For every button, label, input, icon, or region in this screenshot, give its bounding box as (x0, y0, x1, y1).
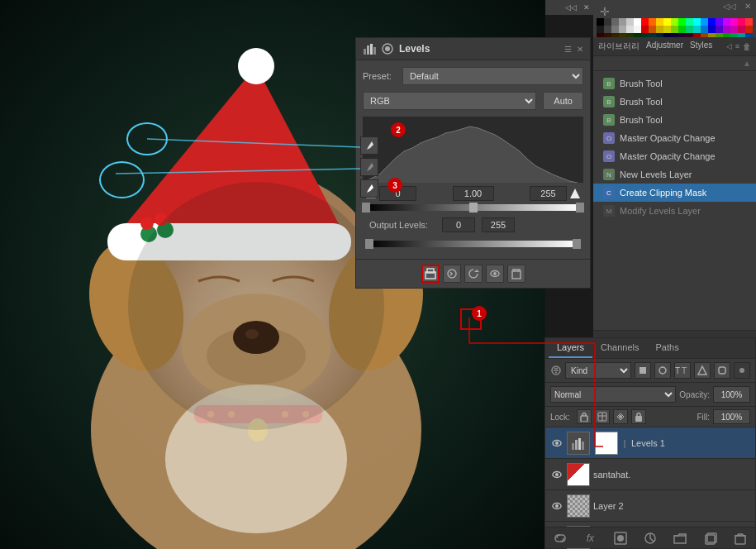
history-action-icon[interactable]: ≡ (735, 42, 739, 50)
layer-filter-toggle[interactable] (734, 362, 750, 379)
visibility-button[interactable] (486, 265, 504, 283)
clip-to-layer-button[interactable] (421, 265, 440, 283)
tab-channels[interactable]: Channels (592, 338, 647, 358)
layers-link-icon[interactable] (552, 530, 568, 547)
channel-select[interactable]: RGB (363, 92, 536, 110)
layer-row-levels1[interactable]: Levels 1 (545, 427, 755, 459)
svg-rect-29 (634, 18, 641, 26)
layer-vis-levels1[interactable] (550, 437, 563, 450)
eyedropper-gray-icon (364, 161, 375, 173)
layer-filter-shape-btn[interactable] (694, 362, 711, 379)
auto-button[interactable]: Auto (543, 92, 583, 110)
history-item-label-3: Master Opacity Change (620, 133, 716, 143)
tab-library[interactable]: 라이브러리 (598, 41, 640, 52)
svg-rect-46 (604, 26, 611, 33)
levels1-mask-thumb (595, 432, 618, 455)
tab-layers[interactable]: Layers (549, 338, 592, 358)
view-previous-button[interactable] (443, 265, 461, 283)
scroll-up-icon[interactable]: ▲ (743, 59, 751, 68)
black-point-handle[interactable] (362, 203, 370, 212)
top-toolbar: ◁◁ ✕ (545, 0, 593, 15)
history-item-opacity-1[interactable]: O Master Opacity Change (593, 129, 756, 147)
properties-close-icon[interactable]: ✕ (577, 45, 583, 54)
tab-paths[interactable]: Paths (648, 338, 687, 358)
input-mid-field[interactable]: 1.00 (453, 186, 494, 201)
tab-styles[interactable]: Styles (690, 41, 712, 52)
preset-row: Preset: Default (363, 67, 583, 85)
layer-filter-type-btn[interactable]: T T (674, 362, 691, 379)
delete-button[interactable] (507, 265, 525, 283)
panel-collapse-icon[interactable]: ◁◁ (565, 3, 577, 12)
layers-fx-icon[interactable]: fx (582, 530, 598, 547)
output-max-field[interactable]: 255 (482, 217, 515, 232)
layers-delete-icon[interactable] (732, 530, 749, 547)
mid-point-handle[interactable] (469, 203, 478, 212)
opacity-field[interactable]: 100% (713, 386, 750, 403)
history-item-opacity-2[interactable]: O Master Opacity Change (593, 147, 756, 165)
lock-transparent-btn[interactable] (577, 409, 592, 424)
svg-rect-49 (626, 26, 634, 33)
svg-rect-34 (671, 18, 678, 26)
history-item-brush-3[interactable]: B Brush Tool (593, 111, 756, 129)
clip-icon (425, 268, 436, 279)
output-min-field[interactable]: 0 (442, 217, 475, 232)
layers-new-icon[interactable] (702, 530, 719, 547)
svg-marker-200 (570, 189, 580, 198)
reset-button[interactable] (464, 265, 483, 283)
layer-vis-santahat[interactable] (550, 468, 563, 481)
svg-rect-194 (370, 44, 373, 55)
gray-point-eyedropper[interactable] (360, 158, 378, 176)
svg-marker-218 (698, 366, 706, 375)
layers-mask-icon[interactable] (612, 530, 629, 547)
history-collapse-icon[interactable]: ◁ (726, 42, 732, 50)
layer2-thumb (567, 494, 590, 518)
svg-rect-27 (619, 18, 626, 26)
layer-filter-smart-btn[interactable] (714, 362, 730, 379)
layer-name-layer2: Layer 2 (593, 501, 750, 511)
history-item-new-levels[interactable]: N New Levels Layer (593, 165, 756, 184)
layers-adjustment-icon[interactable] (642, 530, 659, 547)
history-item-clipping[interactable]: C Create Clipping Mask (593, 184, 756, 202)
properties-menu-icon[interactable]: ☰ (564, 45, 572, 54)
svg-rect-246 (735, 536, 745, 544)
collapse-right-icon[interactable]: ✕ (744, 2, 751, 11)
history-panel-header: 라이브러리 Adjustmer Styles ◁ ≡ 🗑 (593, 37, 756, 56)
history-item-brush-1[interactable]: B Brush Tool (593, 74, 756, 93)
svg-rect-48 (619, 26, 626, 33)
collapse-left-icon[interactable]: ◁◁ (723, 2, 736, 11)
black-point-eyedropper[interactable] (360, 136, 378, 155)
history-item-modify[interactable]: M Modify Levels Layer (593, 202, 756, 220)
preset-select[interactable]: Default (402, 67, 583, 85)
white-point-eyedropper[interactable] (360, 179, 378, 198)
crosshair-icon[interactable]: ✛ (597, 3, 613, 20)
input-white-field[interactable]: 255 (530, 186, 567, 201)
white-point-handle[interactable] (576, 203, 584, 212)
layer-row-layer2[interactable]: Layer 2 (545, 490, 755, 522)
layer-row-santahat[interactable]: santahat. (545, 459, 755, 490)
svg-rect-25 (604, 18, 611, 26)
output-black-handle[interactable] (365, 239, 373, 249)
blend-mode-select[interactable]: Normal (550, 386, 676, 403)
input-gradient-track (366, 204, 580, 211)
layer-filter-pixel-btn[interactable] (635, 362, 651, 379)
lock-image-btn[interactable] (595, 409, 610, 424)
layer-vis-layer2[interactable] (550, 499, 563, 513)
output-white-handle[interactable] (573, 239, 581, 249)
svg-rect-65 (745, 26, 753, 33)
layer-name-levels1: Levels 1 (631, 438, 750, 448)
fx-label: fx (587, 532, 594, 544)
layer-filter-adjust-btn[interactable] (654, 362, 671, 379)
lock-position-btn[interactable] (613, 409, 628, 424)
history-delete-icon[interactable]: 🗑 (743, 42, 751, 51)
lock-label: Lock: (550, 413, 570, 422)
history-list: B Brush Tool B Brush Tool B Brush Tool O… (593, 71, 756, 223)
lock-all-btn[interactable] (631, 409, 646, 424)
fill-field[interactable]: 100% (713, 409, 750, 424)
tab-adjustments[interactable]: Adjustmer (646, 41, 683, 52)
history-item-brush-2[interactable]: B Brush Tool (593, 93, 756, 111)
kind-select[interactable]: Kind (565, 362, 631, 379)
svg-rect-64 (738, 26, 745, 33)
layers-folder-icon[interactable] (672, 530, 688, 547)
eye-icon (489, 268, 501, 279)
panel-close-icon[interactable]: ✕ (583, 3, 590, 12)
